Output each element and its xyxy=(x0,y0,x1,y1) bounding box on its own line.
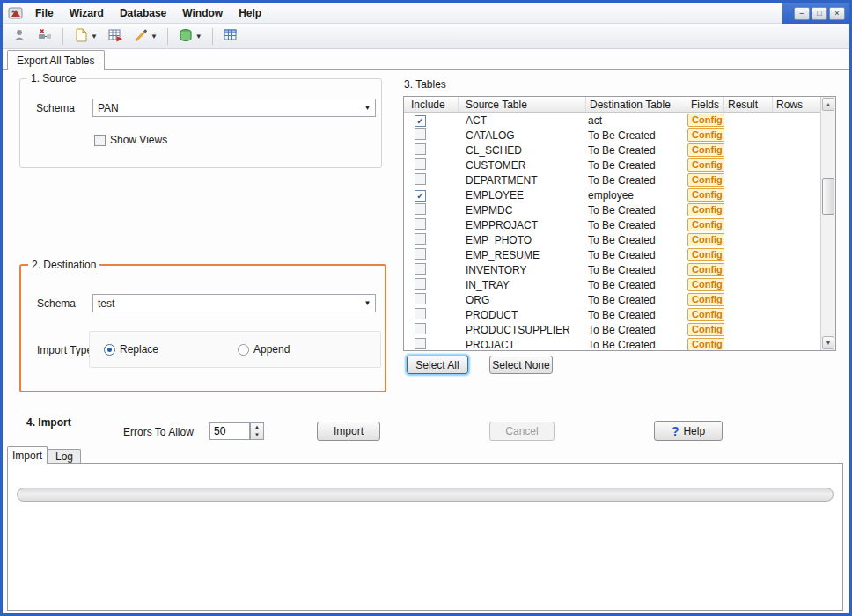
row-include-checkbox[interactable] xyxy=(415,203,426,215)
row-config-button[interactable]: Config xyxy=(687,218,724,231)
menu-file[interactable]: File xyxy=(27,4,62,22)
row-include-checkbox[interactable] xyxy=(415,308,426,319)
export-grid-button[interactable] xyxy=(104,25,127,48)
column-header-include[interactable]: Include xyxy=(404,97,459,112)
table-row: ✓ EMPLOYEE employee Config xyxy=(404,187,820,202)
row-include-checkbox[interactable] xyxy=(415,323,426,334)
connect-button[interactable] xyxy=(33,25,56,48)
row-destination-table: To Be Created xyxy=(586,339,687,351)
import-button[interactable]: Import xyxy=(317,422,380,441)
table-row: EMPMDC To Be Created Config xyxy=(404,202,820,217)
row-include-checkbox[interactable]: ✓ xyxy=(415,190,426,202)
row-config-button[interactable]: Config xyxy=(687,323,724,336)
row-config-button[interactable]: Config xyxy=(687,293,724,306)
row-config-button[interactable]: Config xyxy=(687,278,724,291)
radio-button-icon[interactable] xyxy=(238,344,249,356)
cancel-button[interactable]: Cancel xyxy=(489,422,555,441)
row-include-checkbox[interactable] xyxy=(415,293,426,304)
row-include-checkbox[interactable] xyxy=(415,248,426,260)
append-radio[interactable]: Append xyxy=(238,343,290,356)
row-include-checkbox[interactable]: ✓ xyxy=(415,115,426,127)
row-config-button[interactable]: Config xyxy=(687,308,724,321)
show-views-checkbox[interactable]: Show Views xyxy=(94,134,167,146)
destination-schema-combobox[interactable]: test ▼ xyxy=(92,294,376,312)
row-include-checkbox[interactable] xyxy=(415,233,426,245)
row-config-button[interactable]: Config xyxy=(687,143,724,157)
row-include-checkbox[interactable] xyxy=(415,278,426,290)
scroll-up-icon[interactable]: ▲ xyxy=(822,98,834,111)
tables-scrollbar[interactable]: ▲ ▼ xyxy=(820,97,835,350)
row-config-button[interactable]: Config xyxy=(687,158,724,172)
destination-groupbox: 2. Destination Schema test ▼ Import Type… xyxy=(19,264,386,392)
checkbox-box[interactable] xyxy=(94,135,106,146)
chevron-down-icon[interactable]: ▼ xyxy=(151,33,158,40)
table-row: CL_SCHED To Be Created Config xyxy=(404,143,820,158)
row-config-button[interactable]: Config xyxy=(687,114,724,127)
wand-button[interactable]: ▼ xyxy=(129,25,161,48)
row-config-button[interactable]: Config xyxy=(687,203,724,216)
row-include-checkbox[interactable] xyxy=(415,173,426,185)
row-config-button[interactable]: Config xyxy=(687,188,724,202)
chevron-down-icon[interactable]: ▼ xyxy=(360,299,375,307)
row-config-button[interactable]: Config xyxy=(687,173,724,187)
row-destination-table: To Be Created xyxy=(586,264,687,276)
row-include-checkbox[interactable] xyxy=(415,338,426,349)
minimize-button[interactable]: – xyxy=(794,7,810,20)
table-row: PROJACT To Be Created Config xyxy=(404,337,820,350)
column-header-destination-table[interactable]: Destination Table xyxy=(586,97,687,112)
import-type-label: Import Type xyxy=(37,344,92,356)
column-header-result[interactable]: Result xyxy=(724,97,773,112)
scroll-down-icon[interactable]: ▼ xyxy=(822,336,834,349)
select-all-button[interactable]: Select All xyxy=(407,356,468,374)
column-header-source-table[interactable]: Source Table xyxy=(459,97,586,112)
select-none-button[interactable]: Select None xyxy=(489,356,553,374)
replace-radio[interactable]: Replace xyxy=(104,343,158,356)
toolbar: ▼ ▼ ▼ xyxy=(3,24,849,49)
table-view-button[interactable] xyxy=(219,25,242,48)
source-schema-combobox[interactable]: PAN ▼ xyxy=(92,99,376,117)
chevron-down-icon[interactable]: ▼ xyxy=(91,33,98,40)
tab-export-all-tables[interactable]: Export All Tables xyxy=(7,50,105,70)
row-source-table: ACT xyxy=(459,114,586,127)
column-header-rows[interactable]: Rows xyxy=(773,97,819,112)
radio-button-icon[interactable] xyxy=(104,344,115,356)
row-config-button[interactable]: Config xyxy=(687,338,724,350)
user-key-button[interactable] xyxy=(8,25,31,48)
chevron-down-icon[interactable]: ▼ xyxy=(195,33,202,40)
spinner-down-icon[interactable]: ▼ xyxy=(251,431,263,439)
row-include-checkbox[interactable] xyxy=(415,263,426,275)
row-include-checkbox[interactable] xyxy=(415,143,426,155)
column-header-fields[interactable]: Fields xyxy=(687,97,724,112)
tab-log[interactable]: Log xyxy=(48,449,81,464)
row-config-button[interactable]: Config xyxy=(687,248,724,261)
scrollbar-thumb[interactable] xyxy=(822,178,834,215)
menu-help[interactable]: Help xyxy=(231,4,269,22)
spinner-up-icon[interactable]: ▲ xyxy=(251,423,263,431)
row-destination-table: To Be Created xyxy=(586,234,687,246)
row-include-checkbox[interactable] xyxy=(415,158,426,170)
source-title: 1. Source xyxy=(27,72,79,84)
row-destination-table: To Be Created xyxy=(586,249,687,261)
errors-to-allow-input[interactable] xyxy=(209,422,250,440)
tab-import[interactable]: Import xyxy=(7,446,48,464)
menu-window[interactable]: Window xyxy=(174,4,231,22)
row-source-table: ORG xyxy=(459,294,586,306)
row-destination-table: To Be Created xyxy=(586,174,687,187)
chevron-down-icon[interactable]: ▼ xyxy=(360,104,375,112)
row-include-checkbox[interactable] xyxy=(415,128,426,140)
row-destination-table: To Be Created xyxy=(586,144,687,157)
menu-wizard[interactable]: Wizard xyxy=(62,4,112,22)
restore-button[interactable]: □ xyxy=(812,7,827,20)
database-green-button[interactable]: ▼ xyxy=(174,25,206,48)
new-file-button[interactable]: ▼ xyxy=(70,25,101,48)
table-row: INVENTORY To Be Created Config xyxy=(404,262,820,277)
errors-spinner[interactable]: ▲▼ xyxy=(250,422,264,440)
help-button[interactable]: ? Help xyxy=(654,421,723,441)
close-button[interactable]: × xyxy=(829,7,845,20)
row-config-button[interactable]: Config xyxy=(687,263,724,276)
menu-database[interactable]: Database xyxy=(112,4,174,22)
row-config-button[interactable]: Config xyxy=(687,233,724,246)
table-row: EMP_PHOTO To Be Created Config xyxy=(404,232,820,247)
row-include-checkbox[interactable] xyxy=(415,218,426,230)
row-config-button[interactable]: Config xyxy=(687,128,724,142)
